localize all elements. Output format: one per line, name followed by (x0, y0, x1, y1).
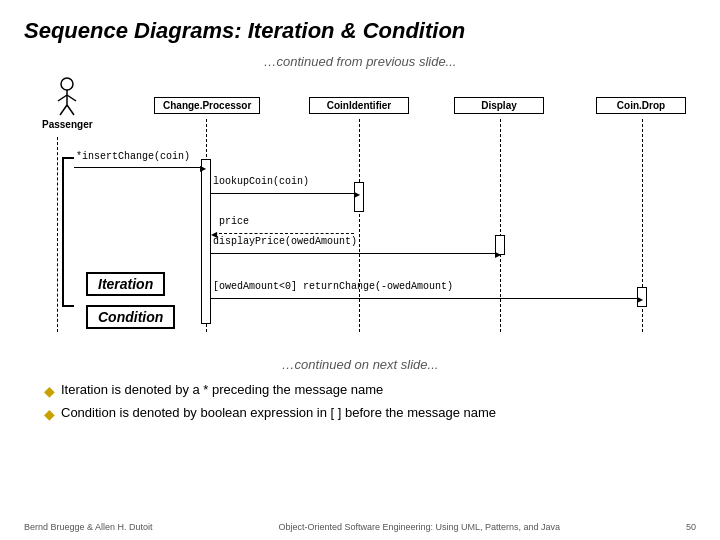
insert-change-arrow: ▶ *insertChange(coin) (74, 161, 696, 175)
passenger-lifeline-line (57, 137, 58, 332)
page-title: Sequence Diagrams: Iteration & Condition (24, 18, 696, 44)
stick-figure-icon (52, 77, 82, 117)
continued-next-label: …continued on next slide... (24, 357, 696, 372)
svg-point-0 (61, 78, 73, 90)
return-change-arrow: ▶ [owedAmount<0] returnChange(-owedAmoun… (211, 292, 696, 306)
footer-author: Bernd Bruegge & Allen H. Dutoit (24, 522, 153, 532)
display-price-label: displayPrice(owedAmount) (213, 236, 357, 247)
continued-from-label: …continued from previous slide... (24, 54, 696, 69)
lookup-coin-arrow: ▶ lookupCoin(coin) (211, 187, 696, 201)
iteration-box: Iteration (86, 272, 165, 296)
return-change-label: [owedAmount<0] returnChange(-owedAmount) (213, 281, 453, 292)
change-processor-activation (201, 159, 211, 324)
bullet-condition-text: Condition is denoted by boolean expressi… (61, 405, 496, 420)
coin-identifier-box: CoinIdentifier (309, 97, 409, 114)
passenger-label: Passenger (42, 119, 93, 130)
bullet-list: ◆ Iteration is denoted by a * preceding … (24, 382, 696, 422)
svg-line-5 (67, 105, 74, 115)
svg-line-3 (67, 95, 76, 101)
change-processor-box: Change.Processor (154, 97, 260, 114)
bullet-item-condition: ◆ Condition is denoted by boolean expres… (44, 405, 696, 422)
passenger-lifeline: Passenger (42, 77, 93, 130)
footer-book: Object-Oriented Software Engineering: Us… (278, 522, 560, 532)
insert-change-label: *insertChange(coin) (76, 151, 190, 162)
svg-line-4 (60, 105, 67, 115)
bullet-iteration-text: Iteration is denoted by a * preceding th… (61, 382, 383, 397)
footer: Bernd Bruegge & Allen H. Dutoit Object-O… (24, 522, 696, 532)
page: Sequence Diagrams: Iteration & Condition… (0, 0, 720, 540)
bullet-item-iteration: ◆ Iteration is denoted by a * preceding … (44, 382, 696, 399)
condition-box: Condition (86, 305, 175, 329)
footer-page: 50 (686, 522, 696, 532)
price-label: price (219, 216, 249, 227)
sequence-diagram: Passenger Change.Processor CoinIdentifie… (24, 77, 696, 357)
display-price-arrow: ▶ displayPrice(owedAmount) (211, 247, 696, 261)
loop-bracket (62, 157, 74, 307)
lookup-coin-label: lookupCoin(coin) (213, 176, 309, 187)
svg-line-2 (58, 95, 67, 101)
bullet-diamond-icon: ◆ (44, 383, 55, 399)
coin-drop-box: Coin.Drop (596, 97, 686, 114)
bullet-diamond-icon-2: ◆ (44, 406, 55, 422)
display-box: Display (454, 97, 544, 114)
